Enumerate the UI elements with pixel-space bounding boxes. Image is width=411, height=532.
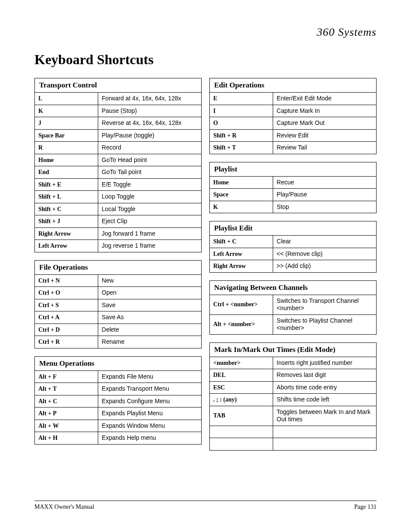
shortcut-description: Removes last digit [273, 369, 377, 382]
shortcut-key: Home [35, 154, 98, 166]
table-row: . ; : (any)Shifts time code left [210, 394, 377, 406]
shortcut-description: Open [98, 287, 202, 299]
shortcut-description: Switches to Playlist Channel <number> [273, 314, 377, 334]
shortcut-key: <number> [210, 357, 273, 369]
table-row: Alt + TExpands Transport Menu [35, 383, 202, 395]
shortcut-description: Expands Transport Menu [98, 383, 202, 395]
shortcut-key: Alt + <number> [210, 314, 273, 334]
shortcut-description: Jog reverse 1 frame [98, 240, 202, 252]
shortcut-description: Play/Pause [273, 189, 377, 201]
page-title: Keyboard Shortcuts [34, 52, 377, 68]
shortcut-description: Review Edit [273, 129, 377, 142]
shortcut-description: Expands Help menu [98, 432, 202, 445]
shortcut-description: Review Tail [273, 142, 377, 154]
table-row: EEnter/Exit Edit Mode [210, 93, 377, 105]
table-row: Shift + EE/E Toggle [35, 178, 202, 191]
table-row: HomeRecue [210, 176, 377, 189]
table-row: <number>Inserts right justified number [210, 357, 377, 369]
shortcut-description: Pause (Stop) [98, 105, 202, 117]
table-row: Shift + JEject Clip [35, 215, 202, 228]
table-row: Alt + PExpands Playlist Menu [35, 408, 202, 420]
shortcut-key: Home [210, 176, 273, 189]
shortcut-key: Shift + C [210, 236, 273, 248]
shortcut-key: Ctrl + D [35, 324, 98, 336]
table-row: Right ArrowJog forward 1 frame [35, 227, 202, 240]
page-footer: MAXX Owner's Manual Page 131 [34, 501, 377, 510]
shortcut-description: Reverse at 4x, 16x, 64x, 128x [98, 117, 202, 130]
table-row: Ctrl + NNew [35, 274, 202, 287]
right-column: Edit OperationsEEnter/Exit Edit ModeICap… [209, 78, 377, 451]
shortcut-table: Navigating Between ChannelsCtrl + <numbe… [209, 280, 377, 335]
shortcut-table: Edit OperationsEEnter/Exit Edit ModeICap… [209, 78, 377, 154]
shortcut-key: ESC [210, 381, 273, 394]
shortcut-description [273, 438, 377, 451]
table-row: RRecord [35, 142, 202, 154]
shortcut-description: Expands Playlist Menu [98, 408, 202, 420]
shortcut-description: Clear [273, 236, 377, 248]
shortcut-table: Mark In/Mark Out Times (Edit Mode)<numbe… [209, 342, 377, 451]
shortcut-key: TAB [210, 406, 273, 426]
table-row: Ctrl + OOpen [35, 287, 202, 299]
shortcut-key: Shift + E [35, 178, 98, 191]
shortcut-key: Ctrl + <number> [210, 295, 273, 314]
shortcut-table: Menu OperationsAlt + FExpands File MenuA… [34, 356, 202, 445]
shortcut-key: Alt + P [35, 408, 98, 420]
shortcut-key: Ctrl + S [35, 299, 98, 311]
shortcut-key: Alt + T [35, 383, 98, 395]
table-row: Ctrl + DDelete [35, 324, 202, 336]
table-row: Shift + CClear [210, 236, 377, 248]
columns: Transport ControlLForward at 4x, 16x, 64… [34, 78, 377, 451]
shortcut-description: Capture Mark In [273, 105, 377, 117]
shortcut-description: Rename [98, 336, 202, 348]
shortcut-key: Ctrl + A [35, 311, 98, 324]
section-header: Menu Operations [35, 356, 202, 370]
shortcut-key: Left Arrow [210, 248, 273, 260]
shortcut-key: J [35, 117, 98, 130]
table-row: OCapture Mark Out [210, 117, 377, 130]
shortcut-description: Save As [98, 311, 202, 324]
section-header: Transport Control [35, 78, 202, 93]
shortcut-description: Expands Window Menu [98, 420, 202, 432]
shortcut-description: Toggles between Mark In and Mark Out tim… [273, 406, 377, 426]
shortcut-description: New [98, 274, 202, 287]
table-row: Alt + HExpands Help menu [35, 432, 202, 445]
shortcut-key: E [210, 93, 273, 105]
shortcut-key: K [35, 105, 98, 117]
shortcut-table: Transport ControlLForward at 4x, 16x, 64… [34, 78, 202, 252]
shortcut-description: Record [98, 142, 202, 154]
table-row: LForward at 4x, 16x, 64x, 128x [35, 93, 202, 105]
table-row: Shift + CLocal Toggle [35, 203, 202, 215]
shortcut-description: Aborts time code entry [273, 381, 377, 394]
table-row: Left Arrow<< (Remove clip) [210, 248, 377, 260]
shortcut-key: L [35, 93, 98, 105]
shortcut-key: Shift + C [35, 203, 98, 215]
footer-right: Page 131 [354, 504, 377, 510]
shortcut-description: Switches to Transport Channel <number> [273, 295, 377, 314]
table-row: DELRemoves last digit [210, 369, 377, 382]
brand-logo: 360 Systems [317, 26, 377, 39]
shortcut-description: Eject Clip [98, 215, 202, 228]
shortcut-description: Play/Pause (toggle) [98, 129, 202, 142]
shortcut-description: GoTo Tail point [98, 166, 202, 179]
shortcut-key: Shift + J [35, 215, 98, 228]
table-row [210, 438, 377, 451]
shortcut-key: . ; : (any) [210, 394, 273, 406]
section-header: Navigating Between Channels [210, 280, 377, 295]
shortcut-key: Alt + H [35, 432, 98, 445]
shortcut-key: Shift + R [210, 129, 273, 142]
section-header: Mark In/Mark Out Times (Edit Mode) [210, 342, 377, 357]
shortcut-table: Playlist EditShift + CClearLeft Arrow<< … [209, 221, 377, 273]
shortcut-description: Capture Mark Out [273, 117, 377, 130]
document-page: 360 Systems Keyboard Shortcuts Transport… [0, 0, 411, 532]
shortcut-description: >> (Add clip) [273, 260, 377, 273]
shortcut-key: Ctrl + O [35, 287, 98, 299]
shortcut-key: O [210, 117, 273, 130]
table-row: Ctrl + ASave As [35, 311, 202, 324]
table-row: ESCAborts time code entry [210, 381, 377, 394]
table-row: Alt + FExpands File Menu [35, 370, 202, 383]
shortcut-key: Alt + W [35, 420, 98, 432]
table-row: JReverse at 4x, 16x, 64x, 128x [35, 117, 202, 130]
table-row: KStop [210, 201, 377, 213]
shortcut-description: Jog forward 1 frame [98, 227, 202, 240]
section-header: Playlist Edit [210, 221, 377, 236]
